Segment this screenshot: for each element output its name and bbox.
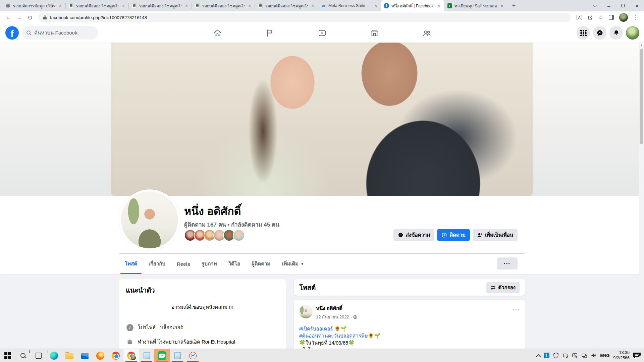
marketplace-icon[interactable]: [364, 25, 384, 41]
tab-close-icon[interactable]: ×: [58, 3, 63, 8]
follow-button[interactable]: ติดตาม: [437, 229, 470, 241]
profile-tab-posts[interactable]: โพสต์: [119, 254, 143, 274]
notepad-icon-2[interactable]: [170, 349, 185, 362]
profile-tab-1[interactable]: เกี่ยวกับ: [143, 254, 171, 274]
network-icon[interactable]: [581, 353, 587, 358]
browser-menu-kebab-icon[interactable]: ⋮: [631, 12, 641, 22]
profile-tabs: โพสต์เกี่ยวกับReelsรูปภาพวิดีโอผู้ติดตาม…: [119, 254, 310, 274]
post-author-avatar[interactable]: [299, 305, 313, 318]
globe-icon: [5, 3, 11, 8]
start-button[interactable]: [0, 349, 15, 362]
message-button[interactable]: ส่งข้อความ: [393, 229, 435, 241]
tab-close-icon[interactable]: ×: [310, 3, 315, 8]
profile-more-button[interactable]: ···: [497, 257, 518, 269]
post-date[interactable]: 12 กันยายน 2022: [316, 313, 349, 320]
hashtag-link[interactable]: #เปิดรับออเดอร์: [299, 326, 334, 331]
file-explorer-icon[interactable]: [62, 349, 77, 362]
tab-search-chevron-icon[interactable]: [588, 0, 602, 11]
tab-close-icon[interactable]: ×: [121, 3, 126, 8]
plant-icon: [258, 3, 263, 8]
back-button[interactable]: ←: [3, 12, 13, 22]
cast-screen-icon[interactable]: [572, 353, 578, 358]
browser-tab[interactable]: รถยนต์มือสอง โชคดูณโชค อุดร×: [255, 0, 318, 11]
edge-icon[interactable]: [46, 349, 62, 362]
intro-title: แนะนำตัว: [126, 285, 279, 296]
side-panel-icon[interactable]: [606, 12, 616, 22]
reload-button[interactable]: [25, 12, 35, 22]
address-bar[interactable]: facebook.com/profile.php?id=100078278216…: [38, 13, 571, 22]
tab-title: ระบบจัดการข้อมูล บริษัท โชคดู: [13, 3, 55, 9]
snipping-tool-icon[interactable]: ✂: [185, 349, 201, 362]
chrome-icon[interactable]: [108, 349, 123, 362]
browser-tab[interactable]: ทะเบียนคุม Sall ระบบออนไลน์×: [444, 0, 507, 11]
security-shield-icon[interactable]: [553, 353, 559, 358]
window-restore-button[interactable]: [616, 0, 630, 11]
followers-line[interactable]: ผู้ติดตาม 167 คน • กำลังติดตาม 45 คน: [184, 220, 279, 229]
tab-close-icon[interactable]: ×: [373, 3, 378, 8]
account-avatar[interactable]: [626, 26, 639, 40]
hashtag-link[interactable]: #ต้นอ่อนทานตะวันปลอดสารพิษ: [299, 333, 368, 339]
translate-icon[interactable]: A: [574, 12, 584, 22]
browser-tab[interactable]: fหนึ่ง อดิศักดิ์ | Facebook×: [381, 0, 444, 11]
post-author-name[interactable]: หนึ่ง อดิศักดิ์: [316, 304, 520, 312]
mail-icon[interactable]: [77, 349, 93, 362]
watch-video-icon[interactable]: [312, 25, 332, 41]
tray-expand-chevron[interactable]: [536, 354, 541, 359]
chrome-profile-window-icon[interactable]: [123, 349, 139, 362]
posts-title: โพสต์: [299, 282, 316, 293]
profile-tab-6[interactable]: เพิ่มเติม▼: [276, 254, 310, 274]
intro-item-text: ทำงานที่ โรงพยาบาลร้อยเอ็ด Roi-Et Hospit…: [138, 338, 235, 346]
bluetooth-icon[interactable]: [544, 353, 549, 358]
onedrive-sync-icon[interactable]: [562, 353, 568, 358]
line-app-icon[interactable]: [154, 349, 170, 362]
apps-menu-icon[interactable]: [577, 26, 590, 40]
page-scrollbar[interactable]: ▲: [639, 43, 644, 349]
firefox-icon[interactable]: [93, 349, 108, 362]
action-center-icon[interactable]: 1: [633, 353, 641, 359]
browser-tab[interactable]: ∞Meta Business Suite×: [318, 0, 381, 11]
clock[interactable]: 13:35 9/2/2566: [613, 350, 630, 361]
facebook-logo[interactable]: f: [5, 26, 19, 40]
task-view-button[interactable]: [31, 349, 46, 362]
browser-tab[interactable]: รถยนต์มือสอง โชคดูณโชค อุดร×: [66, 0, 129, 11]
filter-button[interactable]: ตัวกรอง: [486, 282, 520, 293]
tab-close-icon[interactable]: ×: [247, 3, 252, 8]
tab-close-icon[interactable]: ×: [436, 3, 441, 8]
scrollbar-thumb[interactable]: [640, 49, 643, 144]
profile-tab-4[interactable]: วิดีโอ: [223, 254, 246, 274]
window-minimize-button[interactable]: –: [602, 0, 616, 11]
notepad-icon[interactable]: [139, 349, 154, 362]
profile-picture[interactable]: [119, 189, 180, 250]
messenger-icon[interactable]: [593, 26, 606, 40]
forward-button[interactable]: →: [14, 12, 24, 22]
browser-profile-avatar[interactable]: [619, 13, 628, 22]
groups-icon[interactable]: [417, 25, 437, 41]
tab-title: ทะเบียนคุม Sall ระบบออนไลน์: [454, 3, 497, 9]
notifications-bell-icon[interactable]: [609, 26, 623, 40]
home-icon[interactable]: [207, 25, 227, 41]
browser-tab[interactable]: ระบบจัดการข้อมูล บริษัท โชคดู×: [3, 0, 66, 11]
facebook-search-input[interactable]: ค้นหาบน Facebook:: [22, 26, 98, 40]
language-indicator[interactable]: ENG: [600, 353, 609, 358]
volume-icon[interactable]: [591, 353, 596, 358]
share-icon[interactable]: [585, 12, 595, 22]
scrollbar-up-arrow[interactable]: ▲: [639, 43, 644, 48]
add-friend-button[interactable]: เพิ่มเป็นเพื่อน: [473, 229, 518, 241]
profile-tab-3[interactable]: รูปภาพ: [196, 254, 223, 274]
new-tab-button[interactable]: +: [509, 1, 519, 10]
tab-title: รถยนต์มือสอง โชคดูณโชค อุดร: [265, 3, 308, 9]
post-menu-kebab-icon[interactable]: ···: [513, 307, 520, 313]
tab-close-icon[interactable]: ×: [184, 3, 189, 8]
profile-tab-5[interactable]: ผู้ติดตาม: [246, 254, 276, 274]
friend-avatar[interactable]: [233, 229, 245, 241]
post-meta: 12 กันยายน 2022 ·: [316, 313, 520, 320]
cover-photo[interactable]: [111, 43, 533, 196]
tab-close-icon[interactable]: ×: [499, 3, 504, 8]
browser-tab[interactable]: รถยนต์มือสอง โชคดูณโชค อุดร×: [129, 0, 192, 11]
browser-tab[interactable]: รถยนต์มือสอง โชคดูณโชค อุดร×: [192, 0, 255, 11]
bookmark-star-icon[interactable]: ☆: [596, 12, 606, 22]
pages-flag-icon[interactable]: [260, 25, 280, 41]
window-close-button[interactable]: ×: [630, 0, 644, 11]
taskbar: ✂ ENG 13:35 9/2/2566 1: [0, 349, 644, 362]
profile-tab-2[interactable]: Reels: [171, 254, 196, 274]
